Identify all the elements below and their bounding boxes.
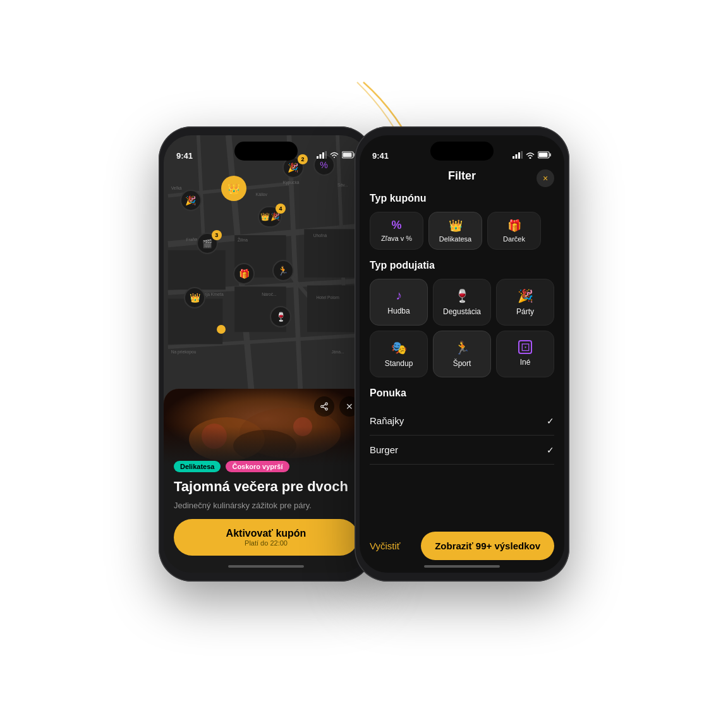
chip-music-label: Hudba xyxy=(387,307,410,315)
chip-party[interactable]: 🎉 Párty xyxy=(496,279,554,326)
show-results-button[interactable]: Zobraziť 99+ výsledkov xyxy=(421,532,554,560)
tag-expiring: Čoskoro vyprší xyxy=(226,461,289,472)
svg-text:Hotel Polom: Hotel Polom xyxy=(316,295,339,300)
chip-degustation-label: Degustácia xyxy=(443,307,481,316)
filter-footer: Vyčistiť Zobraziť 99+ výsledkov xyxy=(360,532,564,560)
home-indicator-left xyxy=(228,565,304,568)
chip-music[interactable]: ♪ Hudba xyxy=(370,279,428,326)
menu-section: Ponuka Raňajky ✓ Burger ✓ xyxy=(360,388,564,465)
time-left: 9:41 xyxy=(176,151,193,161)
svg-text:Veľká: Veľká xyxy=(171,186,182,190)
menu-burger-label: Burger xyxy=(370,444,398,455)
home-indicator-right xyxy=(424,565,500,568)
chip-sport[interactable]: 🏃 Šport xyxy=(433,331,491,377)
scene: 9:41 xyxy=(0,0,728,708)
phone-right-screen: 9:41 xyxy=(360,135,564,573)
clear-button[interactable]: Vyčistiť xyxy=(370,540,400,551)
svg-text:Nároč...: Nároč... xyxy=(262,292,277,296)
svg-rect-3 xyxy=(325,151,327,159)
chip-other[interactable]: ⊡ Iné xyxy=(496,331,554,377)
map-roads: Fraňa Mráza Žilina Andreja Kmeťa Nároč..… xyxy=(164,135,368,406)
chip-gift[interactable]: 🎁 Darček xyxy=(487,212,541,250)
card-subtitle: Jedinečný kulinársky zážitok pre páry. xyxy=(174,501,358,510)
phone-right: 9:41 xyxy=(355,126,569,582)
coupon-type-section: Typ kupónu % Zľava v % 👑 Delikatesa 🎁 xyxy=(360,193,564,260)
crown-icon: 👑 xyxy=(449,219,463,233)
chip-percent-label: Zľava v % xyxy=(381,235,412,242)
menu-section-title: Ponuka xyxy=(370,388,554,399)
svg-rect-1 xyxy=(320,154,322,159)
percent-icon: % xyxy=(391,219,401,232)
chip-degustation[interactable]: 🍷 Degustácia xyxy=(433,279,491,326)
activate-btn-label: Aktivovať kupón xyxy=(183,528,349,539)
battery-icon-right xyxy=(538,151,552,161)
music-icon: ♪ xyxy=(396,288,402,303)
chip-other-label: Iné xyxy=(520,358,531,367)
dynamic-island-right xyxy=(430,142,494,161)
pin-badge-4: 4 xyxy=(276,204,286,214)
svg-rect-41 xyxy=(513,156,514,159)
gift-icon: 🎁 xyxy=(507,219,521,233)
phone-left: 9:41 xyxy=(159,126,373,582)
tag-delikatesa: Delikatesa xyxy=(174,461,221,472)
burger-checkmark: ✓ xyxy=(547,445,554,455)
status-icons-left xyxy=(317,151,356,161)
wifi-icon-right xyxy=(525,151,535,161)
dynamic-island-left xyxy=(234,142,298,161)
bottom-card: ✕ Delikatesa Čoskoro vyprší Tajomná veče… xyxy=(164,389,368,573)
svg-text:Jána...: Jána... xyxy=(331,350,344,354)
time-right: 9:41 xyxy=(372,151,389,161)
svg-text:Kýpucká: Kýpucká xyxy=(283,180,300,185)
map-pin-crown-party-badge4: 👑🎉 4 xyxy=(258,206,282,228)
svg-rect-16 xyxy=(168,250,226,290)
menu-item-breakfast[interactable]: Raňajky ✓ xyxy=(370,406,554,436)
wine-glass-icon: 🍷 xyxy=(454,288,470,303)
coupon-type-chips: % Zľava v % 👑 Delikatesa 🎁 Darček xyxy=(370,212,554,250)
map-pin-run: 🏃 xyxy=(272,260,294,281)
activate-coupon-button[interactable]: Aktivovať kupón Platí do 22:00 xyxy=(174,519,358,556)
chip-standup[interactable]: 🎭 Standup xyxy=(370,331,428,377)
map-pin-party-teal: 🎉 xyxy=(180,190,202,211)
coupon-type-title: Typ kupónu xyxy=(370,193,554,204)
breakfast-checkmark: ✓ xyxy=(547,416,554,426)
card-title: Tajomná večera pre dvoch xyxy=(174,479,358,495)
svg-rect-2 xyxy=(322,152,324,159)
chip-delikatesa-label: Delikatesa xyxy=(439,235,471,243)
battery-icon xyxy=(342,151,356,161)
card-actions: ✕ xyxy=(314,396,360,417)
activate-btn-sub: Platí do 22:00 xyxy=(183,539,349,547)
filter-close-button[interactable]: × xyxy=(537,169,554,187)
svg-text:Žilina: Žilina xyxy=(238,237,248,242)
svg-point-45 xyxy=(530,157,531,159)
svg-rect-43 xyxy=(518,152,520,159)
chip-delikatesa[interactable]: 👑 Delikatesa xyxy=(428,212,482,250)
event-type-chips: ♪ Hudba 🍷 Degustácia 🎉 Párty 🎭 xyxy=(370,279,554,377)
svg-rect-47 xyxy=(550,153,552,156)
event-type-title: Typ podujatia xyxy=(370,260,554,271)
svg-rect-48 xyxy=(539,152,548,157)
chip-percent[interactable]: % Zľava v % xyxy=(370,212,423,250)
svg-text:Kállov: Kállov xyxy=(256,192,268,197)
map-background: Fraňa Mráza Žilina Andreja Kmeťa Nároč..… xyxy=(164,135,368,406)
wifi-icon xyxy=(329,151,339,161)
svg-text:Sáv...: Sáv... xyxy=(337,183,348,187)
other-icon: ⊡ xyxy=(518,340,532,354)
svg-rect-42 xyxy=(516,154,518,159)
menu-breakfast-label: Raňajky xyxy=(370,415,404,426)
share-button[interactable] xyxy=(314,396,334,417)
filter-screen: Filter × Typ kupónu % Zľava v % 👑 Delika… xyxy=(360,135,564,573)
svg-rect-0 xyxy=(317,156,318,159)
svg-text:Uhoľná: Uhoľná xyxy=(313,233,327,238)
signal-icon xyxy=(317,151,327,161)
svg-text:Na priekopou: Na priekopou xyxy=(171,350,197,355)
chip-standup-label: Standup xyxy=(385,359,413,368)
chip-party-label: Párty xyxy=(516,307,534,316)
card-content: Delikatesa Čoskoro vyprší Tajomná večera… xyxy=(164,452,368,555)
status-icons-right xyxy=(513,151,552,161)
party-icon: 🎉 xyxy=(518,288,533,303)
map-pin-crown-yellow: 👑 xyxy=(221,176,246,201)
menu-item-burger[interactable]: Burger ✓ xyxy=(370,436,554,465)
card-tags: Delikatesa Čoskoro vyprší xyxy=(174,461,358,472)
sport-icon: 🏃 xyxy=(454,340,470,355)
svg-rect-6 xyxy=(343,152,352,157)
